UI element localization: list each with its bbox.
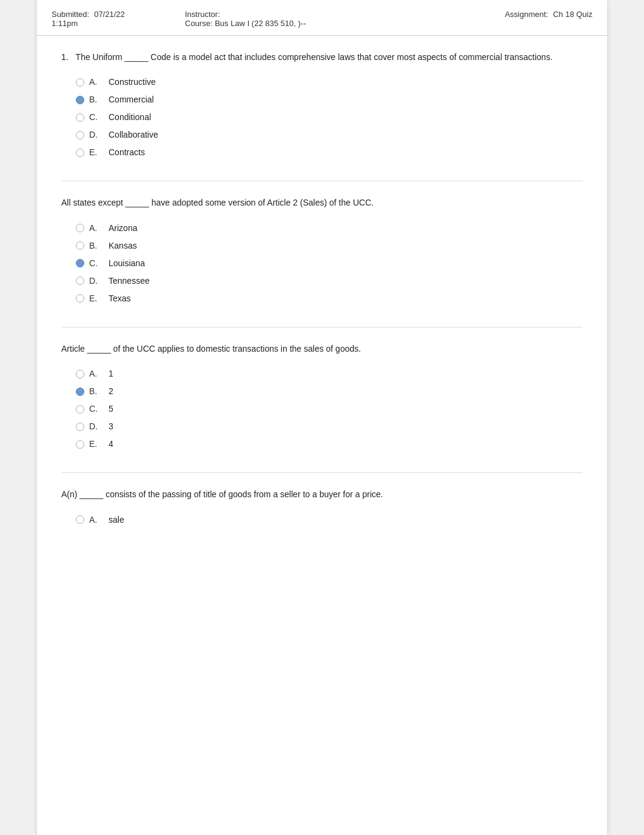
option-text-3-4: 3 <box>109 420 583 433</box>
question-block-3: Article _____ of the UCC applies to dome… <box>61 342 583 453</box>
instructor-label: Instructor: <box>185 10 220 19</box>
option-text-3-3: 5 <box>109 403 583 415</box>
option-text-3-2: 2 <box>109 385 583 398</box>
option-item-3-3[interactable]: C.5 <box>76 400 583 418</box>
section-divider-2 <box>61 327 583 327</box>
option-text-2-1: Arizona <box>109 222 583 235</box>
option-indicator-3-1 <box>76 370 84 378</box>
question-block-4: A(n) _____ consists of the passing of ti… <box>61 488 583 528</box>
option-letter-1-3: C. <box>89 111 109 124</box>
option-letter-1-4: D. <box>89 129 109 141</box>
option-item-3-1[interactable]: A.1 <box>76 365 583 383</box>
header: Submitted: 07/21/22 1:11pm Instructor: C… <box>37 0 607 36</box>
option-letter-4-1: A. <box>89 514 109 526</box>
option-indicator-2-1 <box>76 224 84 232</box>
section-divider-1 <box>61 181 583 181</box>
option-item-1-4[interactable]: D.Collaborative <box>76 126 583 144</box>
option-indicator-2-2 <box>76 241 84 250</box>
option-item-3-4[interactable]: D.3 <box>76 418 583 435</box>
header-left: Submitted: 07/21/22 1:11pm <box>52 10 149 28</box>
option-letter-2-3: C. <box>89 257 109 270</box>
submitted-date: 07/21/22 <box>94 10 125 19</box>
option-indicator-3-5 <box>76 440 84 449</box>
option-item-4-1[interactable]: A.sale <box>76 511 583 529</box>
option-text-2-2: Kansas <box>109 240 583 252</box>
option-letter-3-4: D. <box>89 420 109 433</box>
option-item-1-2[interactable]: B.Commercial <box>76 91 583 109</box>
question-text-2: All states except _____ have adopted som… <box>61 196 583 209</box>
option-text-2-5: Texas <box>109 292 583 305</box>
option-indicator-1-5 <box>76 149 84 157</box>
option-indicator-1-4 <box>76 131 84 139</box>
option-text-2-3: Louisiana <box>109 257 583 270</box>
option-text-2-4: Tennessee <box>109 275 583 287</box>
option-text-1-2: Commercial <box>109 93 583 106</box>
option-letter-3-3: C. <box>89 403 109 415</box>
option-indicator-2-4 <box>76 277 84 285</box>
option-indicator-4-1 <box>76 515 84 524</box>
option-letter-3-1: A. <box>89 367 109 380</box>
option-text-1-1: Constructive <box>109 76 583 89</box>
option-indicator-3-4 <box>76 423 84 431</box>
option-indicator-1-1 <box>76 78 84 87</box>
option-letter-3-5: E. <box>89 438 109 451</box>
submitted-label: Submitted: <box>52 10 89 19</box>
option-indicator-2-3 <box>76 259 84 267</box>
options-list-4: A.sale <box>76 511 583 529</box>
question-text-3: Article _____ of the UCC applies to dome… <box>61 342 583 355</box>
option-item-2-3[interactable]: C.Louisiana <box>76 255 583 272</box>
option-item-1-5[interactable]: E.Contracts <box>76 144 583 161</box>
option-item-1-1[interactable]: A.Constructive <box>76 73 583 91</box>
option-indicator-1-2 <box>76 96 84 104</box>
option-indicator-3-2 <box>76 387 84 396</box>
question-block-1: 1. The Uniform _____ Code is a model act… <box>61 50 583 161</box>
options-list-3: A.1B.2C.5D.3E.4 <box>76 365 583 453</box>
option-item-3-2[interactable]: B.2 <box>76 383 583 400</box>
option-text-1-3: Conditional <box>109 111 583 124</box>
option-text-4-1: sale <box>109 514 583 526</box>
assignment-label: Assignment: <box>505 10 548 19</box>
option-text-1-4: Collaborative <box>109 129 583 141</box>
option-item-2-2[interactable]: B.Kansas <box>76 237 583 255</box>
option-letter-3-2: B. <box>89 385 109 398</box>
course-label: Course: <box>185 19 213 28</box>
option-letter-2-1: A. <box>89 222 109 235</box>
option-item-1-3[interactable]: C.Conditional <box>76 109 583 126</box>
question-number-1: 1. <box>61 52 71 62</box>
page-wrapper: Submitted: 07/21/22 1:11pm Instructor: C… <box>37 0 607 835</box>
option-letter-1-5: E. <box>89 146 109 159</box>
option-text-1-5: Contracts <box>109 146 583 159</box>
option-text-3-1: 1 <box>109 367 583 380</box>
question-text-1: 1. The Uniform _____ Code is a model act… <box>61 50 583 64</box>
header-center: Instructor: Course: Bus Law I (22 835 51… <box>185 10 306 28</box>
option-indicator-1-3 <box>76 113 84 122</box>
option-letter-1-2: B. <box>89 93 109 106</box>
option-text-3-5: 4 <box>109 438 583 451</box>
course-value: Bus Law I (22 835 510, )-- <box>215 19 306 28</box>
section-divider-3 <box>61 472 583 473</box>
assignment-value: Ch 18 Quiz <box>553 10 592 19</box>
option-item-2-1[interactable]: A.Arizona <box>76 220 583 237</box>
options-list-2: A.ArizonaB.KansasC.LouisianaD.TennesseeE… <box>76 220 583 307</box>
option-indicator-3-3 <box>76 405 84 414</box>
option-item-3-5[interactable]: E.4 <box>76 435 583 453</box>
option-indicator-2-5 <box>76 294 84 303</box>
option-letter-2-5: E. <box>89 292 109 305</box>
option-letter-1-1: A. <box>89 76 109 89</box>
option-letter-2-2: B. <box>89 240 109 252</box>
question-block-2: All states except _____ have adopted som… <box>61 196 583 307</box>
option-item-2-5[interactable]: E.Texas <box>76 290 583 307</box>
option-letter-2-4: D. <box>89 275 109 287</box>
option-item-2-4[interactable]: D.Tennessee <box>76 272 583 290</box>
content: 1. The Uniform _____ Code is a model act… <box>37 36 607 572</box>
options-list-1: A.ConstructiveB.CommercialC.ConditionalD… <box>76 73 583 161</box>
question-text-4: A(n) _____ consists of the passing of ti… <box>61 488 583 501</box>
header-right: Assignment: Ch 18 Quiz <box>505 10 592 19</box>
submitted-time: 1:11pm <box>52 19 78 28</box>
